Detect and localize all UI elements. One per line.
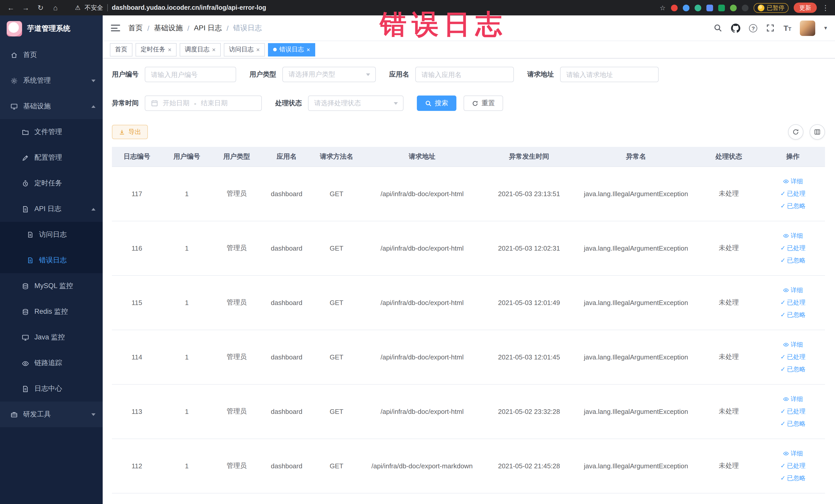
sidebar-item-system-management[interactable]: 系统管理 [0, 68, 103, 94]
home-icon[interactable]: ⌂ [51, 4, 60, 12]
action-processed[interactable]: ✓已处理 [780, 407, 806, 416]
cell-actions: 详细✓已处理✓已忽略 [761, 275, 825, 330]
tab-schedule-log[interactable]: 调度日志 × [180, 43, 221, 56]
sidebar-item-infrastructure[interactable]: 基础设施 [0, 94, 103, 119]
close-icon[interactable]: × [168, 46, 171, 53]
extension-icon[interactable] [671, 4, 677, 11]
search-button[interactable]: 搜索 [417, 96, 456, 111]
export-button[interactable]: 导出 [112, 125, 148, 139]
refresh-button[interactable] [788, 124, 803, 140]
user-type-select[interactable]: 请选择用户类型 [282, 67, 376, 82]
avatar[interactable] [800, 20, 815, 36]
cell-actions: 详细✓已处理✓已忽略 [761, 384, 825, 439]
cell-status: 未处理 [697, 221, 761, 275]
action-detail[interactable]: 详细 [783, 177, 803, 186]
close-icon[interactable]: × [212, 46, 216, 53]
font-size-icon[interactable]: TT [783, 24, 791, 32]
download-icon [119, 129, 125, 135]
extension-icon[interactable] [694, 4, 701, 11]
sidebar-item-java-monitor[interactable]: Java 监控 [0, 324, 103, 350]
request-url-input[interactable] [560, 67, 659, 82]
sidebar-item-trace[interactable]: 链路追踪 [0, 350, 103, 376]
close-icon[interactable]: × [306, 46, 310, 53]
action-processed[interactable]: ✓已处理 [780, 244, 806, 253]
reload-icon[interactable]: ↻ [36, 4, 45, 12]
sidebar-item-error-log[interactable]: 错误日志 [0, 247, 103, 273]
action-detail[interactable]: 详细 [783, 395, 803, 403]
bookmark-star-icon[interactable]: ☆ [660, 4, 666, 12]
breadcrumb-item[interactable]: 基础设施 [154, 23, 183, 33]
action-ignored[interactable]: ✓已忽略 [780, 365, 806, 374]
error-log-table: 日志编号 用户编号 用户类型 应用名 请求方法名 请求地址 异常发生时间 异常名… [112, 147, 825, 493]
search-icon[interactable] [714, 24, 722, 32]
forward-icon[interactable]: → [21, 4, 30, 12]
action-ignored[interactable]: ✓已忽略 [780, 256, 806, 265]
toolbox-icon [10, 410, 18, 418]
cell-user-id: 1 [162, 166, 211, 221]
sidebar-item-access-log[interactable]: 访问日志 [0, 222, 103, 247]
github-icon[interactable] [731, 23, 740, 33]
extension-icon[interactable] [683, 4, 689, 11]
sidebar-item-dev-tools[interactable]: 研发工具 [0, 402, 103, 427]
action-detail[interactable]: 详细 [783, 340, 803, 349]
close-icon[interactable]: × [256, 46, 260, 53]
browser-menu-icon[interactable]: ⋮ [822, 4, 829, 12]
check-icon: ✓ [780, 257, 786, 263]
table-row: 1141管理员dashboardGET/api/infra/db-doc/exp… [112, 330, 825, 384]
caret-down-icon[interactable]: ▾ [824, 25, 827, 31]
action-ignored[interactable]: ✓已忽略 [780, 474, 806, 482]
cell-log-id: 117 [112, 166, 162, 221]
cell-user-type: 管理员 [212, 275, 262, 330]
sidebar-item-config-management[interactable]: 配置管理 [0, 145, 103, 170]
sidebar-item-log-center[interactable]: 日志中心 [0, 376, 103, 402]
extension-icon[interactable] [730, 4, 736, 11]
action-processed[interactable]: ✓已处理 [780, 189, 806, 198]
back-icon[interactable]: ← [6, 4, 15, 12]
search-button-label: 搜索 [435, 99, 448, 108]
extension-icon[interactable] [706, 4, 713, 11]
fullscreen-icon[interactable] [766, 24, 775, 32]
update-button[interactable]: 更新 [794, 3, 817, 13]
action-ignored[interactable]: ✓已忽略 [780, 310, 806, 319]
action-ignored[interactable]: ✓已忽略 [780, 419, 806, 428]
extension-icon[interactable] [718, 4, 725, 11]
app-name-label: 应用名 [389, 70, 409, 79]
table-header: 日志编号 用户编号 用户类型 应用名 请求方法名 请求地址 异常发生时间 异常名… [112, 147, 825, 166]
tab-access-log[interactable]: 访问日志 × [224, 43, 265, 56]
cell-exception-time: 2021-05-02 23:32:28 [483, 384, 575, 439]
column-settings-button[interactable] [810, 124, 825, 140]
tab-scheduled-tasks[interactable]: 定时任务 × [136, 43, 177, 56]
tab-error-log[interactable]: 错误日志 × [268, 43, 315, 56]
process-status-select[interactable]: 请选择处理状态 [308, 96, 404, 111]
sidebar-item-redis-monitor[interactable]: Redis 监控 [0, 299, 103, 324]
action-detail[interactable]: 详细 [783, 449, 803, 458]
sidebar-item-file-management[interactable]: 文件管理 [0, 119, 103, 145]
monitor-icon [10, 102, 18, 110]
sidebar-item-home[interactable]: 首页 [0, 42, 103, 68]
cell-status: 未处理 [697, 439, 761, 493]
reset-button[interactable]: 重置 [464, 96, 503, 111]
action-processed[interactable]: ✓已处理 [780, 461, 806, 470]
action-detail[interactable]: 详细 [783, 286, 803, 295]
app-name-input[interactable] [415, 67, 514, 82]
address-bar[interactable]: ⚠ 不安全 dashboard.yudao.iocoder.cn/infra/l… [75, 3, 266, 12]
action-processed[interactable]: ✓已处理 [780, 298, 806, 307]
address-divider [107, 4, 108, 11]
user-id-input[interactable] [145, 67, 236, 82]
sidebar-item-api-log[interactable]: API 日志 [0, 196, 103, 222]
paused-badge[interactable]: 已暂停 [753, 3, 789, 13]
cell-app-name: dashboard [262, 221, 311, 275]
sidebar-item-mysql-monitor[interactable]: MySQL 监控 [0, 273, 103, 299]
date-range-picker[interactable]: 开始日期 - 结束日期 [145, 96, 262, 111]
extension-icon[interactable] [741, 4, 748, 11]
breadcrumb-item[interactable]: API 日志 [194, 23, 222, 33]
action-ignored[interactable]: ✓已忽略 [780, 202, 806, 210]
action-detail[interactable]: 详细 [783, 231, 803, 240]
sidebar-item-scheduled-tasks[interactable]: 定时任务 [0, 170, 103, 196]
tab-home[interactable]: 首页 [110, 43, 133, 56]
collapse-sidebar-button[interactable] [111, 25, 120, 31]
table-body: 1171管理员dashboardGET/api/infra/db-doc/exp… [112, 166, 825, 493]
action-processed[interactable]: ✓已处理 [780, 352, 806, 361]
help-icon[interactable]: ? [749, 24, 757, 32]
breadcrumb-item[interactable]: 首页 [128, 23, 143, 33]
